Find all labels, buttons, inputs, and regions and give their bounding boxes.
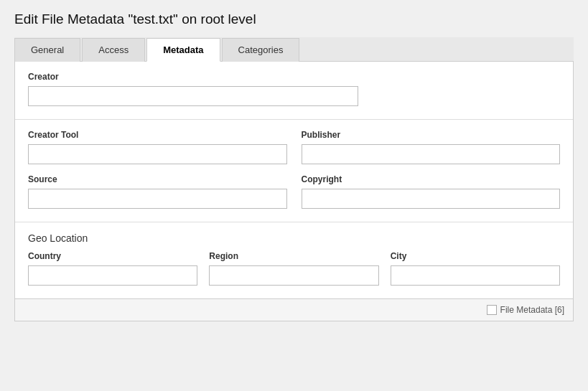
- creator-tool-label: Creator Tool: [28, 130, 287, 140]
- country-input[interactable]: [28, 265, 197, 286]
- creator-input[interactable]: [28, 86, 358, 106]
- tab-general[interactable]: General: [14, 38, 80, 62]
- source-input[interactable]: [28, 189, 287, 209]
- tab-access[interactable]: Access: [82, 38, 145, 62]
- creator-section: Creator: [15, 62, 573, 120]
- tab-metadata[interactable]: Metadata: [146, 38, 220, 62]
- country-label: Country: [28, 251, 197, 261]
- copyright-input[interactable]: [302, 189, 561, 209]
- city-label: City: [391, 251, 560, 261]
- publisher-label: Publisher: [302, 130, 561, 140]
- publisher-input[interactable]: [302, 144, 561, 164]
- footer: File Metadata [6]: [14, 299, 574, 321]
- creator-label: Creator: [28, 72, 560, 82]
- region-label: Region: [209, 251, 378, 261]
- region-input[interactable]: [209, 265, 378, 286]
- tab-categories[interactable]: Categories: [222, 38, 300, 62]
- geo-section: Geo Location Country Region City: [15, 222, 573, 298]
- copyright-label: Copyright: [302, 174, 561, 184]
- source-label: Source: [28, 174, 287, 184]
- tab-content: Creator Creator Tool Publisher Source: [14, 62, 574, 299]
- tab-bar: General Access Metadata Categories: [14, 37, 574, 62]
- page-title: Edit File Metadata "test.txt" on root le…: [14, 11, 574, 27]
- footer-text: File Metadata [6]: [500, 305, 564, 315]
- geo-title: Geo Location: [28, 232, 560, 244]
- middle-section: Creator Tool Publisher Source Copyright: [15, 120, 573, 222]
- footer-icon: [487, 305, 497, 315]
- city-input[interactable]: [391, 265, 560, 286]
- creator-tool-input[interactable]: [28, 144, 287, 164]
